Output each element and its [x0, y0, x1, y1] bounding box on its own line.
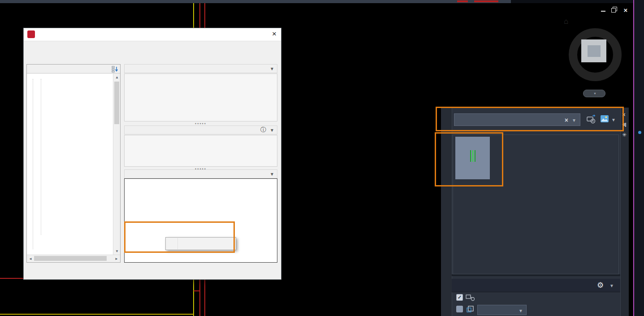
palette-content: × ▼ ▼ — [452, 108, 620, 316]
scale-select[interactable]: ▼ — [477, 305, 527, 315]
chevron-down-icon[interactable]: ▼ — [270, 128, 274, 133]
chevron-down-icon[interactable]: ▼ — [611, 117, 616, 122]
scrollbar-thumb[interactable] — [34, 256, 107, 261]
palette-tab-strip — [441, 108, 452, 316]
clear-search-icon[interactable]: × — [565, 117, 568, 124]
tree-panel-header — [27, 65, 120, 74]
visualizar-header[interactable]: ▼ — [124, 64, 277, 73]
scrollbar-thumb[interactable] — [114, 82, 119, 124]
window-titlebar-dark — [511, 0, 644, 3]
block-thumbnail[interactable] — [455, 137, 490, 179]
close-palette-icon[interactable]: × — [622, 111, 626, 118]
insert-block-icon[interactable] — [586, 114, 597, 126]
scale-icon — [466, 305, 474, 315]
palette-splitter[interactable] — [452, 274, 620, 276]
viewcube-face-inner — [588, 45, 601, 57]
minimize-button[interactable] — [600, 6, 607, 14]
chevron-down-icon[interactable]: ▼ — [609, 283, 614, 288]
tree-vertical-scrollbar[interactable]: ▲ ▼ — [113, 74, 120, 255]
viewcube-home-icon[interactable]: ⌂ — [564, 17, 568, 26]
window-titlebar — [0, 0, 511, 3]
restore-button[interactable] — [611, 6, 618, 14]
gallery-view-icon[interactable] — [600, 115, 609, 125]
chevron-down-icon[interactable]: ▼ — [270, 172, 274, 177]
tree-guide — [41, 79, 41, 235]
blue-dot-icon — [638, 131, 641, 134]
info-icon[interactable]: ⓘ — [260, 126, 266, 134]
detalhes-header[interactable]: ▼ — [124, 169, 277, 178]
tree-horizontal-scrollbar[interactable]: ◄ ► — [27, 255, 120, 262]
gear-icon[interactable]: ⚙ — [597, 281, 604, 290]
cad-red-segment — [194, 290, 200, 291]
chevron-down-icon[interactable]: ▼ — [572, 118, 576, 123]
named-items-panel: ▲ ▼ ◄ ► — [26, 64, 121, 263]
context-menu — [165, 237, 236, 250]
blocks-search-input[interactable]: × ▼ — [454, 113, 580, 126]
chevron-down-icon[interactable]: ▼ — [270, 66, 274, 71]
insertion-point-checkbox[interactable]: ✓ — [456, 294, 463, 301]
close-window-button[interactable]: × — [622, 6, 629, 14]
purge-dialog: × ▲ ▼ ◄ ► — [23, 28, 281, 280]
context-menu-gutter — [177, 238, 178, 249]
options-header[interactable] — [452, 279, 620, 292]
wcs-dropdown[interactable]: ▼ — [583, 90, 605, 97]
splitter-handle[interactable]: ••••• — [124, 122, 277, 126]
dialog-titlebar[interactable]: × — [24, 28, 281, 41]
tree-guide — [33, 79, 33, 249]
insertion-point-icon — [466, 293, 475, 303]
sort-icon[interactable] — [111, 65, 118, 74]
preview-box — [124, 74, 277, 121]
palette-titlebar-strip: × ✳ — [620, 108, 629, 316]
motivos-text-box — [124, 135, 277, 167]
window-controls: × — [600, 4, 631, 15]
palette-properties-icon[interactable]: ✳ — [622, 132, 627, 138]
block-preview-glyph — [470, 150, 475, 162]
auto-hide-icon[interactable] — [622, 122, 626, 127]
named-items-tree — [27, 74, 113, 255]
chevron-down-icon: ▼ — [519, 308, 523, 313]
autocad-icon — [27, 30, 35, 38]
scale-checkbox[interactable] — [456, 306, 463, 312]
viewcube-top-face[interactable] — [581, 39, 606, 62]
properties-panel-edge — [634, 0, 644, 316]
motivos-header[interactable]: ⓘ ▼ — [124, 126, 277, 134]
blocks-palette: × ▼ ▼ — [441, 108, 628, 316]
cad-bom-footer — [0, 314, 194, 315]
cad-artifact — [474, 0, 498, 2]
cad-artifact — [457, 0, 468, 2]
dialog-close-button[interactable]: × — [272, 30, 277, 39]
